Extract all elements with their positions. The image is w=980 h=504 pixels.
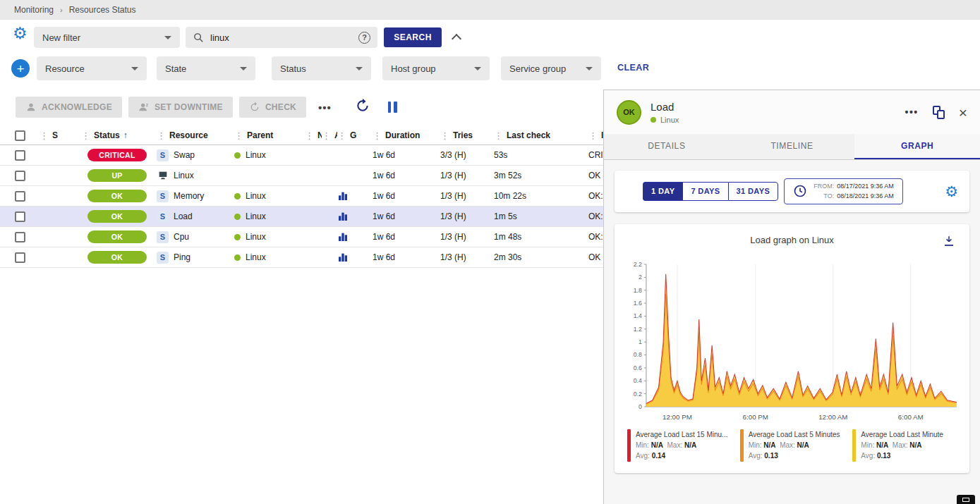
filter-resource-select[interactable]: Resource [37, 56, 147, 80]
row-checkbox[interactable] [15, 211, 25, 222]
close-panel-icon[interactable]: × [959, 105, 967, 120]
pause-autorefresh-icon[interactable] [388, 102, 397, 113]
range-31days-button[interactable]: 31 DAYS [728, 182, 779, 201]
table-row[interactable]: OK SMemory Linux 1w 6d 1/3 (H) 10m 22s O… [0, 186, 603, 207]
overlay-widget[interactable] [957, 495, 975, 504]
add-criteria-button[interactable]: + [11, 59, 30, 78]
column-drag-icon[interactable]: ⋮ [305, 130, 314, 141]
legend-item[interactable]: Average Load Last 15 Minu... Min: N/A Ma… [627, 429, 732, 462]
column-header-graph[interactable]: G [350, 130, 356, 140]
parent-name[interactable]: Linux [246, 252, 266, 262]
search-button[interactable]: SEARCH [384, 27, 442, 47]
svg-text:12:00 PM: 12:00 PM [663, 413, 692, 421]
notes-cell [305, 227, 322, 247]
parent-name[interactable]: Linux [246, 211, 266, 221]
column-drag-icon[interactable]: ⋮ [373, 130, 382, 141]
row-checkbox[interactable] [15, 171, 25, 181]
column-drag-icon[interactable]: ⋮ [157, 130, 166, 141]
select-all-checkbox[interactable] [15, 130, 25, 141]
filter-status-select[interactable]: Status [272, 56, 371, 80]
range-1day-button[interactable]: 1 DAY [643, 182, 682, 201]
legend-label: Average Load Last 15 Minu... [636, 429, 727, 440]
row-checkbox[interactable] [15, 150, 25, 161]
search-input[interactable] [210, 32, 358, 43]
table-row[interactable]: OK SCpu Linux 1w 6d 1/3 (H) 1m 48s OK: 1… [0, 227, 603, 247]
more-actions-icon[interactable]: ••• [318, 102, 332, 113]
search-box[interactable]: ? [186, 27, 377, 48]
breadcrumb-resources-status[interactable]: Resources Status [69, 5, 136, 15]
svg-text:6:00 AM: 6:00 AM [898, 413, 924, 421]
resource-name[interactable]: Ping [174, 252, 190, 262]
last-check-cell: 3m 52s [485, 166, 579, 185]
copy-link-icon[interactable] [933, 106, 945, 119]
load-chart[interactable]: 00.20.40.60.811.21.41.61.822.212:00 PM6:… [622, 256, 962, 428]
parent-status-dot [234, 152, 241, 159]
export-graph-icon[interactable] [943, 235, 955, 250]
resource-name[interactable]: Linux [174, 171, 194, 180]
row-checkbox[interactable] [15, 252, 25, 263]
graph-icon[interactable] [337, 252, 349, 264]
filter-hostgroup-select[interactable]: Host group [382, 56, 490, 80]
set-downtime-button[interactable]: z SET DOWNTIME [128, 97, 233, 118]
filter-state-select[interactable]: State [157, 56, 255, 80]
collapse-filters-chevron-icon[interactable] [452, 34, 461, 44]
clear-filters-button[interactable]: CLEAR [617, 63, 649, 73]
filter-servicegroup-select[interactable]: Service group [501, 56, 601, 80]
resource-name[interactable]: Memory [174, 191, 204, 201]
table-row[interactable]: OK SPing Linux 1w 6d 1/3 (H) 2m 30s OK -… [0, 247, 603, 268]
saved-filter-select[interactable]: New filter [34, 27, 180, 48]
time-range-group: 1 DAY 7 DAYS 31 DAYS [643, 182, 778, 201]
graph-icon[interactable] [337, 231, 349, 243]
resource-name[interactable]: Load [174, 211, 193, 221]
tries-cell: 1/3 (H) [432, 207, 485, 226]
graph-icon[interactable] [337, 190, 349, 202]
table-row[interactable]: UP Linux 1w 6d 1/3 (H) 3m 52s OK - 10 [0, 166, 603, 186]
column-header-duration[interactable]: Duration [385, 130, 420, 140]
legend-item[interactable]: Average Load Last 5 Minutes Min: N/A Max… [740, 429, 845, 462]
tab-graph[interactable]: GRAPH [854, 134, 980, 159]
acknowledge-button[interactable]: ACKNOWLEDGE [16, 97, 122, 118]
breadcrumb-monitoring[interactable]: Monitoring [14, 5, 54, 15]
parent-name[interactable]: Linux [246, 150, 266, 160]
parent-name[interactable]: Linux [246, 191, 266, 201]
range-7days-button[interactable]: 7 DAYS [682, 182, 727, 201]
sort-asc-icon[interactable]: ↑ [123, 130, 128, 140]
column-header-status[interactable]: Status [94, 130, 120, 140]
duration-cell: 1w 6d [360, 227, 432, 247]
column-drag-icon[interactable]: ⋮ [588, 130, 598, 141]
column-header-resource[interactable]: Resource [169, 130, 208, 140]
column-drag-icon[interactable]: ⋮ [234, 130, 243, 141]
column-drag-icon[interactable]: ⋮ [440, 130, 449, 141]
custom-time-range-picker[interactable]: FROM:08/17/2021 9:36 AM TO:08/18/2021 9:… [784, 178, 903, 204]
table-row[interactable]: OK SLoad Linux 1w 6d 1/3 (H) 1m 5s OK: L… [0, 207, 603, 227]
column-header-severity[interactable]: S [52, 130, 58, 140]
column-header-tries[interactable]: Tries [453, 130, 473, 140]
clock-icon [793, 184, 807, 198]
svg-text:2.2: 2.2 [634, 261, 642, 268]
column-drag-icon[interactable]: ⋮ [40, 130, 49, 141]
table-row[interactable]: CRITICAL SSwap Linux 1w 6d 3/3 (H) 53s C… [0, 145, 603, 166]
column-drag-icon[interactable]: ⋮ [322, 130, 331, 141]
row-checkbox[interactable] [15, 232, 25, 242]
refresh-icon[interactable] [356, 99, 370, 116]
parent-name[interactable]: Linux [246, 232, 266, 242]
column-header-last-check[interactable]: Last check [507, 130, 550, 140]
graph-icon[interactable] [337, 211, 349, 223]
column-drag-icon[interactable]: ⋮ [337, 130, 346, 141]
search-help-icon[interactable]: ? [358, 32, 370, 44]
column-drag-icon[interactable]: ⋮ [494, 130, 503, 141]
panel-more-actions-icon[interactable]: ••• [905, 106, 919, 118]
resource-name[interactable]: Cpu [174, 232, 189, 242]
service-icon: S [157, 211, 169, 223]
resource-name[interactable]: Swap [174, 150, 195, 160]
column-drag-icon[interactable]: ⋮ [81, 130, 90, 141]
svg-text:0.8: 0.8 [634, 351, 642, 358]
column-header-parent[interactable]: Parent [247, 130, 273, 140]
tab-details[interactable]: DETAILS [604, 134, 730, 159]
legend-item[interactable]: Average Load Last Minute Min: N/A Max: N… [852, 429, 957, 462]
tab-timeline[interactable]: TIMELINE [730, 134, 855, 159]
graph-settings-gear-icon[interactable]: ⚙ [945, 184, 958, 199]
check-button[interactable]: CHECK [239, 97, 306, 118]
filter-settings-gear-icon[interactable]: ⚙ [13, 25, 28, 42]
row-checkbox[interactable] [15, 191, 25, 202]
